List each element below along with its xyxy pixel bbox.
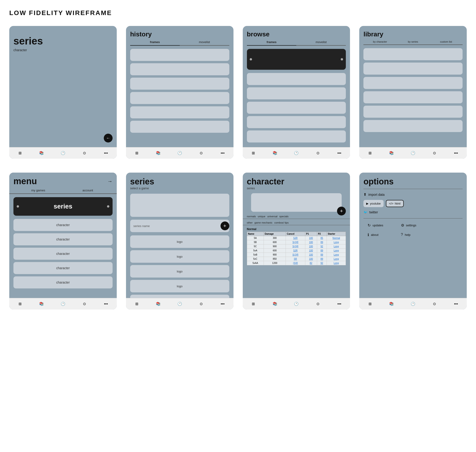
nav-compass-icon[interactable]: ⊙ <box>432 301 437 306</box>
about-row[interactable]: ℹ about <box>364 231 387 238</box>
list-item[interactable] <box>247 73 346 85</box>
nav-book-icon[interactable]: 📚 <box>39 301 44 306</box>
nav-grid-icon[interactable]: ⊞ <box>251 301 256 306</box>
tab-universal[interactable]: universal <box>267 214 279 219</box>
nav-compass-icon[interactable]: ⊙ <box>198 301 204 306</box>
tab-frames-browse[interactable]: frames <box>247 40 297 46</box>
nav-grid-icon[interactable]: ⊞ <box>134 151 139 156</box>
nav-book-icon[interactable]: 📚 <box>389 301 394 306</box>
tab-specials[interactable]: specials <box>279 214 291 219</box>
nav-history-icon[interactable]: 🕐 <box>410 301 416 306</box>
tab-movelist-browse[interactable]: movelist <box>296 40 346 45</box>
list-item[interactable] <box>130 121 229 133</box>
nav-grid-icon[interactable]: ⊞ <box>368 301 373 306</box>
list-item[interactable] <box>364 106 463 118</box>
login-icon[interactable]: → <box>107 178 112 184</box>
character-item-4[interactable]: character <box>13 262 112 274</box>
back-button[interactable]: ← <box>104 134 112 142</box>
nav-book-icon[interactable]: 📚 <box>156 151 161 156</box>
nav-book-icon[interactable]: 📚 <box>272 151 278 156</box>
nav-more-icon[interactable]: ••• <box>103 301 108 306</box>
list-item[interactable] <box>364 63 463 75</box>
logo-item-3[interactable]: logo <box>130 265 229 278</box>
logo-item-4[interactable]: logo <box>130 280 229 292</box>
nav-compass-icon[interactable]: ⊙ <box>315 151 320 156</box>
nav-more-icon[interactable]: ••• <box>220 301 225 306</box>
tab-by-character[interactable]: by character <box>364 40 397 45</box>
nav-history-icon[interactable]: 🕐 <box>60 151 66 156</box>
tab-by-series[interactable]: by series <box>397 40 430 45</box>
character-item-3[interactable]: character <box>13 248 112 260</box>
list-item[interactable] <box>130 106 229 118</box>
series-title: series <box>13 35 112 47</box>
nav-history-icon[interactable]: 🕐 <box>410 151 416 156</box>
list-item[interactable] <box>247 87 346 100</box>
tab-frames[interactable]: frames <box>130 40 180 46</box>
series-name-input[interactable]: series name <box>130 220 229 232</box>
tab-movelist[interactable]: movelist <box>180 40 229 45</box>
tab-my-games[interactable]: my games <box>13 189 63 193</box>
list-item[interactable] <box>247 102 346 114</box>
nav-compass-icon[interactable]: ⊙ <box>315 301 320 306</box>
nav-history-icon[interactable]: 🕐 <box>177 151 182 156</box>
list-item[interactable] <box>130 49 229 61</box>
tab-combos-tips[interactable]: combos/ tips <box>274 220 291 225</box>
col-p1: P1 <box>305 232 317 236</box>
table-cell: 100 <box>305 249 317 253</box>
logo-item-2[interactable]: logo <box>130 250 229 263</box>
nav-grid-icon[interactable]: ⊞ <box>134 301 139 306</box>
nav-history-icon[interactable]: 🕐 <box>60 301 66 306</box>
character-item-5[interactable]: character <box>13 276 112 288</box>
table-row: 5xB900S(J)R10089Long <box>247 253 346 257</box>
list-item[interactable] <box>130 92 229 104</box>
updates-row[interactable]: ↻ updates <box>364 222 387 229</box>
list-item[interactable] <box>364 48 463 60</box>
tab-other[interactable]: other <box>247 220 255 225</box>
nav-grid-icon[interactable]: ⊞ <box>17 151 22 156</box>
nav-book-icon[interactable]: 📚 <box>39 151 44 156</box>
character-item-1[interactable]: character <box>13 219 112 231</box>
add-series-button[interactable]: + <box>220 221 229 230</box>
nav-compass-icon[interactable]: ⊙ <box>198 151 204 156</box>
nav-compass-icon[interactable]: ⊙ <box>82 301 87 306</box>
table-cell: 82 <box>305 261 317 265</box>
nav-grid-icon[interactable]: ⊞ <box>17 301 22 306</box>
tab-account[interactable]: account <box>63 189 112 193</box>
nav-bar-menu: ⊞ 📚 🕐 ⊙ ••• <box>9 298 117 310</box>
nav-history-icon[interactable]: 🕐 <box>294 151 299 156</box>
nav-history-icon[interactable]: 🕐 <box>177 301 182 306</box>
nav-more-icon[interactable]: ••• <box>454 301 459 306</box>
nav-more-icon[interactable]: ••• <box>454 151 459 156</box>
nav-more-icon[interactable]: ••• <box>103 151 108 156</box>
nav-book-icon[interactable]: 📚 <box>272 301 278 306</box>
list-item[interactable] <box>364 77 463 89</box>
character-item-2[interactable]: character <box>13 233 112 245</box>
nav-grid-icon[interactable]: ⊞ <box>368 151 373 156</box>
series-selector[interactable]: series <box>13 197 112 216</box>
tab-custom-list[interactable]: custom list <box>430 40 463 45</box>
nav-grid-icon[interactable]: ⊞ <box>251 151 256 156</box>
add-character-button[interactable]: + <box>337 207 346 215</box>
tab-game-mechanic[interactable]: game mechanic <box>255 220 274 225</box>
nav-more-icon[interactable]: ••• <box>337 301 342 306</box>
nav-history-icon[interactable]: 🕐 <box>294 301 299 306</box>
nav-more-icon[interactable]: ••• <box>220 151 225 156</box>
list-item[interactable] <box>130 78 229 90</box>
list-item[interactable] <box>364 120 463 132</box>
tab-normals[interactable]: normals <box>247 214 258 219</box>
list-item[interactable] <box>364 91 463 103</box>
youtube-button[interactable]: ▶ youtube <box>364 200 383 207</box>
nav-book-icon[interactable]: 📚 <box>389 151 394 156</box>
logo-item-1[interactable]: logo <box>130 235 229 248</box>
list-item[interactable] <box>130 63 229 75</box>
help-row[interactable]: ? help <box>397 231 421 238</box>
list-item[interactable] <box>247 116 346 128</box>
tab-unique[interactable]: unique <box>258 214 267 219</box>
html-button[interactable]: </> html <box>386 200 404 207</box>
list-item[interactable] <box>247 130 346 142</box>
nav-compass-icon[interactable]: ⊙ <box>432 151 437 156</box>
nav-compass-icon[interactable]: ⊙ <box>82 151 87 156</box>
settings-row[interactable]: ⚙ settings <box>397 222 421 229</box>
nav-book-icon[interactable]: 📚 <box>156 301 161 306</box>
nav-more-icon[interactable]: ••• <box>337 151 342 156</box>
